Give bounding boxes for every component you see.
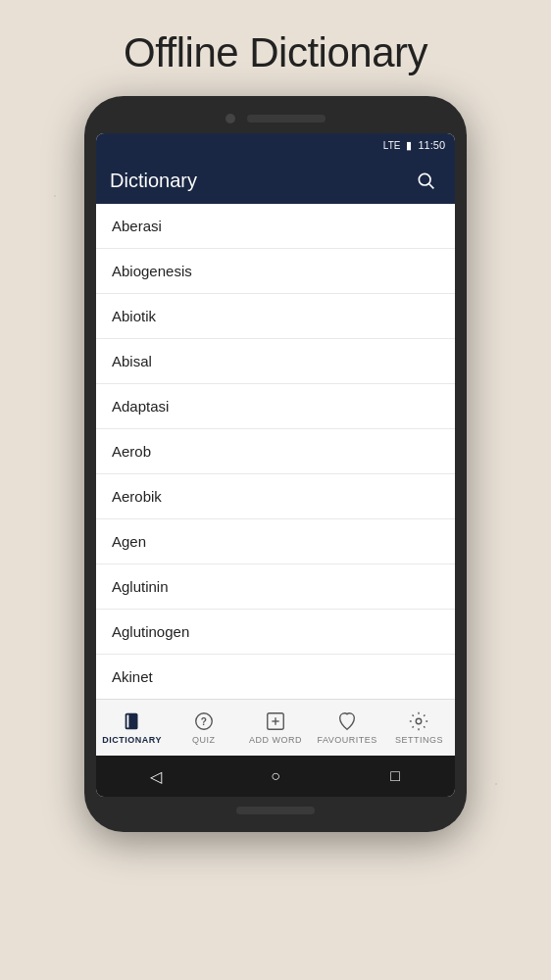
phone-shell: LTE ▮ 11:50 Dictionary AberasiAbiogenesi… — [84, 96, 467, 832]
page-title: Offline Dictionary — [124, 29, 427, 76]
word-item[interactable]: Agen — [96, 519, 455, 564]
status-bar: LTE ▮ 11:50 — [96, 133, 455, 157]
app-bar-title: Dictionary — [110, 170, 197, 192]
svg-rect-3 — [126, 715, 128, 728]
svg-point-0 — [419, 173, 430, 185]
quiz-icon: ? — [193, 710, 215, 732]
app-bar: Dictionary — [96, 157, 455, 204]
time-display: 11:50 — [418, 139, 445, 151]
favourites-icon — [336, 710, 358, 732]
nav-label-add-word: ADD WORD — [249, 735, 302, 745]
phone-top-area — [96, 114, 455, 123]
nav-label-dictionary: DICTIONARY — [102, 735, 162, 745]
screen: LTE ▮ 11:50 Dictionary AberasiAbiogenesi… — [96, 133, 455, 797]
word-item[interactable]: Abisal — [96, 339, 455, 384]
front-camera — [225, 114, 235, 123]
nav-item-add-word[interactable]: ADD WORD — [239, 707, 311, 749]
word-item[interactable]: Aglutinin — [96, 564, 455, 610]
word-item[interactable]: Aglutinogen — [96, 610, 455, 655]
svg-point-9 — [417, 718, 423, 724]
settings-icon — [408, 710, 429, 732]
word-item[interactable]: Adaptasi — [96, 384, 455, 429]
word-item[interactable]: Akinet — [96, 655, 455, 699]
nav-item-favourites[interactable]: FAVOURITES — [312, 707, 383, 749]
nav-item-dictionary[interactable]: DICTIONARY — [96, 707, 168, 749]
svg-text:?: ? — [201, 716, 207, 727]
back-button[interactable]: ◁ — [140, 760, 172, 792]
dictionary-icon — [122, 710, 143, 732]
nav-item-settings[interactable]: SETTINGS — [383, 707, 455, 749]
signal-indicator: LTE — [383, 140, 401, 151]
recents-button[interactable]: □ — [379, 760, 411, 792]
system-nav-bar: ◁ ○ □ — [96, 756, 455, 797]
nav-label-quiz: QUIZ — [192, 735, 216, 745]
word-item[interactable]: Aberasi — [96, 204, 455, 249]
nav-label-favourites: FAVOURITES — [318, 735, 377, 745]
home-button[interactable]: ○ — [260, 760, 291, 792]
top-speaker — [247, 115, 326, 122]
search-button[interactable] — [410, 165, 441, 196]
word-item[interactable]: Abiotik — [96, 294, 455, 339]
bottom-speaker — [236, 807, 315, 814]
word-item[interactable]: Abiogenesis — [96, 249, 455, 294]
bottom-nav: DICTIONARY ? QUIZ ADD WORD — [96, 699, 455, 756]
nav-item-quiz[interactable]: ? QUIZ — [168, 707, 239, 749]
nav-label-settings: SETTINGS — [395, 735, 443, 745]
word-item[interactable]: Aerob — [96, 429, 455, 474]
add-word-icon — [265, 710, 286, 732]
word-list: AberasiAbiogenesisAbiotikAbisalAdaptasiA… — [96, 204, 455, 699]
svg-line-1 — [429, 184, 434, 189]
word-item[interactable]: Aerobik — [96, 474, 455, 519]
battery-icon: ▮ — [406, 139, 412, 152]
phone-bottom-area — [96, 807, 455, 814]
search-icon — [416, 171, 435, 190]
